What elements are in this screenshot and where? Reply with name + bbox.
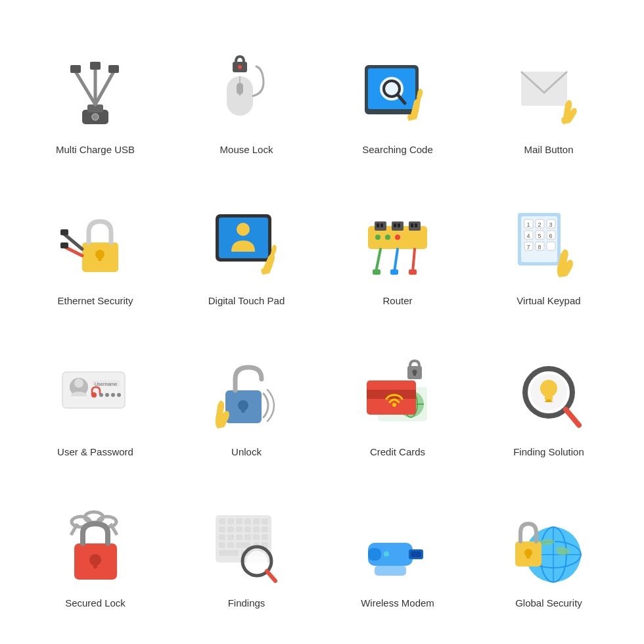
digital-touch-pad-label: Digital Touch Pad bbox=[208, 294, 285, 308]
mouse-lock-icon bbox=[207, 55, 286, 134]
icon-grid: Multi Charge USB Mouse Lock bbox=[10, 10, 634, 634]
svg-text:2: 2 bbox=[538, 221, 541, 228]
icon-cell-unlock: Unlock bbox=[174, 325, 319, 470]
ethernet-security-label: Ethernet Security bbox=[57, 294, 133, 308]
icon-cell-router: Router bbox=[325, 174, 470, 319]
svg-rect-24 bbox=[60, 242, 68, 248]
svg-line-2 bbox=[76, 72, 95, 104]
credit-cards-icon bbox=[358, 357, 437, 436]
ethernet-security-icon bbox=[56, 206, 135, 285]
svg-rect-110 bbox=[244, 518, 251, 524]
svg-point-87 bbox=[392, 403, 396, 407]
svg-rect-34 bbox=[377, 223, 379, 227]
unlock-label: Unlock bbox=[231, 446, 262, 459]
svg-rect-140 bbox=[375, 566, 406, 576]
icon-cell-virtual-keypad: 1 2 3 4 5 6 7 8 Virtual Keypad bbox=[476, 174, 621, 319]
svg-rect-117 bbox=[253, 526, 260, 532]
secured-lock-label: Secured Lock bbox=[65, 597, 126, 610]
searching-code-icon bbox=[358, 55, 437, 134]
svg-rect-37 bbox=[398, 223, 400, 227]
icon-cell-secured-lock: Secured Lock bbox=[23, 476, 168, 621]
svg-rect-94 bbox=[545, 395, 553, 400]
virtual-keypad-label: Virtual Keypad bbox=[517, 294, 580, 308]
svg-rect-86 bbox=[367, 390, 416, 399]
svg-text:1: 1 bbox=[526, 221, 530, 228]
unlock-icon bbox=[207, 357, 286, 436]
icon-cell-searching-code: Searching Code bbox=[325, 23, 470, 168]
svg-rect-80 bbox=[241, 405, 245, 413]
svg-point-29 bbox=[237, 223, 250, 236]
svg-rect-111 bbox=[253, 518, 260, 524]
svg-rect-6 bbox=[90, 62, 101, 70]
svg-point-74 bbox=[99, 393, 103, 397]
svg-rect-7 bbox=[108, 65, 119, 73]
icon-cell-findings: Findings bbox=[174, 476, 319, 621]
wireless-modem-label: Wireless Modem bbox=[361, 597, 434, 610]
svg-rect-109 bbox=[236, 518, 242, 524]
svg-text:8: 8 bbox=[538, 244, 541, 250]
svg-rect-39 bbox=[415, 223, 417, 227]
svg-rect-105 bbox=[93, 560, 97, 568]
svg-text:5: 5 bbox=[538, 233, 541, 239]
global-security-icon bbox=[509, 509, 588, 587]
svg-rect-26 bbox=[60, 229, 68, 235]
icon-cell-mail-button: Mail Button bbox=[476, 23, 621, 168]
user-password-icon: Username bbox=[56, 357, 135, 436]
mouse-lock-label: Mouse Lock bbox=[220, 143, 273, 156]
icon-cell-wireless-modem: Wireless Modem bbox=[325, 476, 470, 621]
svg-point-46 bbox=[375, 235, 380, 240]
svg-rect-127 bbox=[236, 542, 250, 548]
router-icon bbox=[358, 206, 437, 285]
svg-rect-45 bbox=[409, 269, 417, 275]
svg-text:7: 7 bbox=[526, 244, 530, 250]
icon-cell-digital-touch-pad: Digital Touch Pad bbox=[174, 174, 319, 319]
finding-solution-label: Finding Solution bbox=[513, 446, 584, 459]
mail-button-icon bbox=[509, 55, 588, 134]
svg-rect-38 bbox=[411, 223, 413, 227]
svg-rect-115 bbox=[236, 526, 242, 532]
global-security-label: Global Security bbox=[515, 597, 582, 610]
svg-point-8 bbox=[92, 114, 99, 120]
findings-icon bbox=[207, 509, 286, 587]
svg-point-93 bbox=[540, 380, 557, 397]
svg-text:4: 4 bbox=[526, 233, 530, 239]
svg-rect-122 bbox=[244, 534, 251, 540]
svg-rect-90 bbox=[413, 372, 416, 376]
svg-rect-125 bbox=[219, 542, 225, 548]
svg-rect-126 bbox=[227, 542, 234, 548]
searching-code-label: Searching Code bbox=[362, 143, 433, 156]
user-password-label: User & Password bbox=[57, 446, 133, 459]
icon-cell-finding-solution: Finding Solution bbox=[476, 325, 621, 470]
svg-point-48 bbox=[395, 235, 400, 240]
virtual-keypad-icon: 1 2 3 4 5 6 7 8 bbox=[509, 206, 588, 285]
svg-point-13 bbox=[238, 65, 242, 69]
svg-point-139 bbox=[384, 551, 389, 557]
svg-rect-137 bbox=[411, 551, 421, 557]
svg-rect-118 bbox=[262, 526, 268, 532]
svg-line-40 bbox=[376, 249, 380, 272]
mail-button-label: Mail Button bbox=[524, 143, 573, 156]
svg-rect-124 bbox=[262, 534, 268, 540]
svg-rect-59 bbox=[547, 242, 555, 250]
icon-cell-user-password: Username User & Password bbox=[23, 325, 168, 470]
icon-cell-credit-cards: Credit Cards bbox=[325, 325, 470, 470]
svg-rect-138 bbox=[368, 548, 381, 561]
svg-text:3: 3 bbox=[549, 221, 552, 228]
svg-rect-148 bbox=[526, 553, 530, 559]
svg-rect-43 bbox=[373, 269, 380, 275]
multi-charge-usb-label: Multi Charge USB bbox=[56, 143, 135, 156]
icon-cell-ethernet-security: Ethernet Security bbox=[23, 174, 168, 319]
svg-rect-11 bbox=[237, 83, 243, 95]
svg-line-97 bbox=[566, 409, 579, 425]
svg-point-76 bbox=[111, 393, 115, 397]
svg-rect-119 bbox=[219, 534, 225, 540]
svg-rect-121 bbox=[236, 534, 242, 540]
icon-cell-global-security: Global Security bbox=[476, 476, 621, 621]
credit-cards-label: Credit Cards bbox=[370, 446, 425, 459]
svg-rect-113 bbox=[219, 526, 225, 532]
secured-lock-icon bbox=[56, 509, 135, 587]
svg-point-133 bbox=[246, 551, 267, 572]
svg-rect-108 bbox=[227, 518, 234, 524]
finding-solution-icon bbox=[509, 357, 588, 436]
svg-point-77 bbox=[117, 393, 121, 397]
